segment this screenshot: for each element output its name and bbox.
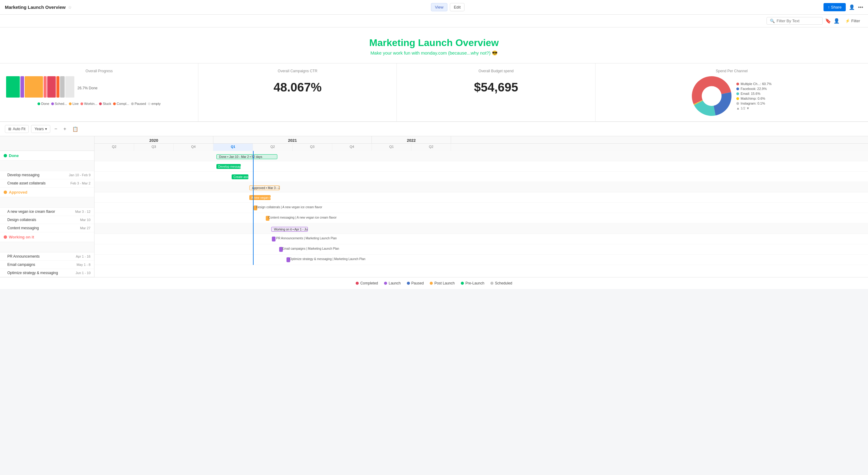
q2-2022: Q2 [411,144,451,151]
pie-pagination[interactable]: ▲ 1/2 ▼ [736,107,772,110]
widgets-row: Overall Progress 26.7% Done Done Sched..… [0,63,868,122]
legend-paused: Paused [131,102,146,106]
legend-stuck: Stuck [99,102,111,106]
progress-bars [6,76,74,97]
gantt-bar-design-collaterals: Design collaterals | A new vegan ice cre… [94,203,868,213]
legend-dot-sched [51,102,54,105]
today-line [253,151,254,265]
bar-label-optimize: Optimize strategy & messaging | Marketin… [289,257,365,261]
gantt-right-panel: 2020 2021 2022 Q2 Q3 Q4 Q1 Q2 Q3 Q4 Q1 Q… [94,136,868,277]
gantt-quarter-row: Q2 Q3 Q4 Q1 Q2 Q3 Q4 Q1 Q2 [94,144,868,151]
gantt-bar-develop-messaging: Develop messaging | Marketing Launch Pla… [94,161,868,172]
gantt-body: Done • Jan 10 - Mar 2 • 52 days Develop … [94,151,868,265]
save-filter-icon[interactable]: 🔖 [825,18,831,24]
legend-pre-launch: Pre-Launch [461,281,484,285]
legend-empty: empty [148,102,161,106]
top-bar-left: Marketing Launch Overview ☆ [5,5,72,10]
bar-label-pr: PR Announcements | Marketing Launch Plan [276,237,337,240]
edit-button[interactable]: Edit [450,3,464,11]
label-paused: Paused [411,281,424,285]
overall-progress-title: Overall Progress [6,69,192,73]
gantt-bar-content-messaging: Content messaging | A new vegan ice crea… [94,213,868,224]
group-done-label: Done [9,153,19,158]
legend-dot-mailchimp [736,97,739,100]
q2-2021: Q2 [253,144,292,151]
chevron-down-icon: ▾ [45,127,47,131]
filter-bar: 🔍 🔖 👤 ⚡ Filter [0,14,868,27]
prog-bar-sched [21,76,24,97]
dot-paused [407,282,410,285]
bar-create-asset: Create asset collaterals | Marketing Lau… [231,174,248,179]
q4-2020: Q4 [174,144,213,151]
label-post-launch: Post Launch [434,281,455,285]
group-working-label: Working on it [9,235,34,239]
share-icon: ↑ [828,5,830,9]
filter-button[interactable]: ⚡ Filter [842,17,863,25]
legend-post-launch: Post Launch [430,281,455,285]
q2-2020: Q2 [94,144,134,151]
filter-text-input-wrapper[interactable]: 🔍 [767,17,823,25]
pie-legend: Multiple Ch...: 60.7% Facebook: 22.9% Em… [736,82,772,110]
gantt-group-working: Working on it [0,232,94,242]
gantt-working-group-row: Working on it • Apr 1 - Jun 10 • 71 days [94,224,868,234]
budget-spend-title: Overall Budget spend [403,69,589,73]
legend-launch: Launch [384,281,401,285]
q3-2021: Q3 [292,144,332,151]
budget-spend-value: $54,695 [403,76,589,98]
bar-label-email: Email campaigns | Marketing Launch Plan [282,247,339,250]
legend-dot-stuck [99,102,102,105]
bar-label-design: Design collaterals | A new vegan ice cre… [256,206,322,209]
hero-section: Marketing Launch Overview Make your work… [0,27,868,63]
gantt-group-bar-working-row [0,242,94,253]
legend-instagram: Instagram: 0.1% [736,101,772,105]
year-2021: 2021 [213,136,372,143]
user-icon[interactable]: 👤 [849,4,855,10]
top-bar-center: View Edit [431,3,464,11]
gantt-row-pr-announcements: PR Announcements Apr 1 - 16 [0,253,94,261]
label-launch: Launch [389,281,401,285]
view-button[interactable]: View [431,3,447,11]
prog-bar-paused [60,76,65,97]
legend-dot-instagram [736,102,739,105]
prog-bar-workin [43,76,46,97]
user-filter-icon[interactable]: 👤 [834,18,840,24]
page-title: Marketing Launch Overview [5,5,65,10]
legend-completed: Completed [356,281,378,285]
overall-progress-widget: Overall Progress 26.7% Done Done Sched..… [0,63,198,121]
prog-bar-stuck [47,76,56,97]
gantt-row-email-campaigns: Email campaigns May 1 - 8 [0,261,94,269]
svg-point-0 [702,86,722,106]
bar-pr-announcements [272,237,276,241]
prog-bar-done [6,76,20,97]
label-completed: Completed [360,281,378,285]
prog-bar-empty [65,76,74,97]
legend-sched: Sched... [51,102,67,106]
share-button[interactable]: ↑ Share [824,3,846,11]
filter-icon: ⚡ [845,19,850,23]
bottom-legend: Completed Launch Paused Post Launch Pre-… [0,277,868,289]
zoom-in-button[interactable]: + [62,126,68,132]
legend-live: Live [69,102,79,106]
gantt-bar-create-asset: Create asset collaterals | Marketing Lau… [94,172,868,182]
autofit-button[interactable]: ⊞ Auto Fit [5,125,29,133]
more-options-icon[interactable]: ••• [858,5,863,10]
year-2022: 2022 [372,136,451,143]
dot-completed [356,282,359,285]
done-group-bar: Done • Jan 10 - Mar 2 • 52 days [216,154,277,159]
gantt-group-done: Done [0,151,94,161]
status-dot-working [4,235,7,239]
prog-bar-compl [56,76,59,97]
export-button[interactable]: 📋 [70,126,80,132]
prog-bar-live [25,76,43,97]
gantt-group-approved: Approved [0,187,94,197]
years-dropdown[interactable]: Years ▾ [31,125,50,133]
q4-2021: Q4 [332,144,372,151]
filter-text-input[interactable] [777,19,819,23]
legend-dot-email [736,92,739,95]
favorite-icon[interactable]: ☆ [68,5,72,10]
status-dot-approved [4,190,7,194]
campaigns-ctr-widget: Overall Campaigns CTR 48.067% [198,63,397,121]
gantt-group-bar-done-row [0,161,94,171]
spend-per-channel-title: Spend Per Channel [601,69,862,73]
zoom-out-button[interactable]: − [53,126,59,132]
